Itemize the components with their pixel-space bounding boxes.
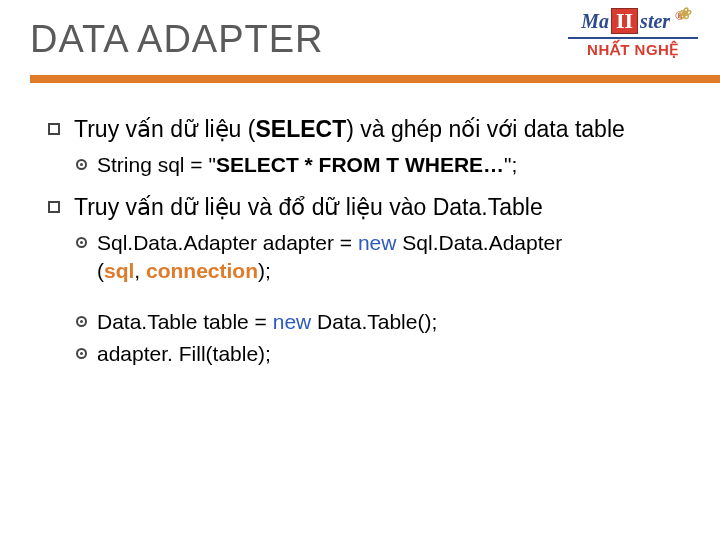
t: Truy vấn dữ liệu ( [74, 116, 255, 142]
bullet-2-text: Truy vấn dữ liệu và đổ dữ liệu vào Data.… [74, 193, 690, 223]
keyword-new: new [358, 231, 397, 254]
t: "; [504, 153, 517, 176]
bullet-2a-text: Sql.Data.Adapter adapter = new Sql.Data.… [97, 229, 690, 286]
t: adapter = [257, 231, 358, 254]
param-connection: connection [146, 259, 258, 282]
divider-bar [30, 75, 720, 83]
t: , [134, 259, 146, 282]
bullet-2a: Sql.Data.Adapter adapter = new Sql.Data.… [76, 229, 690, 286]
slide-content: Truy vấn dữ liệu (SELECT) và ghép nối vớ… [0, 83, 720, 369]
keyword-select: SELECT [255, 116, 346, 142]
t: Sql.Data.Adapter [97, 231, 257, 254]
square-bullet-icon [48, 123, 60, 135]
circle-bullet-icon [76, 159, 87, 170]
sql-string: SELECT * FROM T WHERE… [216, 153, 504, 176]
t: ); [258, 259, 271, 282]
bullet-1a: String sql = "SELECT * FROM T WHERE…"; [76, 151, 690, 179]
bullet-2: Truy vấn dữ liệu và đổ dữ liệu vào Data.… [48, 193, 690, 223]
keyword-new: new [273, 310, 312, 333]
t: Sql.Data.Adapter [396, 231, 562, 254]
square-bullet-icon [48, 201, 60, 213]
param-sql: sql [104, 259, 134, 282]
t: ( [97, 259, 104, 282]
bullet-2b: Data.Table table = new Data.Table(); [76, 308, 690, 336]
bullet-1-text: Truy vấn dữ liệu (SELECT) và ghép nối vớ… [74, 115, 690, 145]
slide-header: DATA ADAPTER [0, 0, 720, 83]
bullet-2c: adapter. Fill(table); [76, 340, 690, 368]
t: Data.Table table = [97, 310, 273, 333]
t: String sql = " [97, 153, 216, 176]
t: ) và ghép nối với data table [346, 116, 625, 142]
bullet-1: Truy vấn dữ liệu (SELECT) và ghép nối vớ… [48, 115, 690, 145]
bullet-2b-text: Data.Table table = new Data.Table(); [97, 308, 690, 336]
bullet-2c-text: adapter. Fill(table); [97, 340, 690, 368]
t: Data.Table(); [311, 310, 437, 333]
circle-bullet-icon [76, 237, 87, 248]
slide-title: DATA ADAPTER [30, 18, 720, 61]
circle-bullet-icon [76, 348, 87, 359]
circle-bullet-icon [76, 316, 87, 327]
bullet-1a-text: String sql = "SELECT * FROM T WHERE…"; [97, 151, 690, 179]
